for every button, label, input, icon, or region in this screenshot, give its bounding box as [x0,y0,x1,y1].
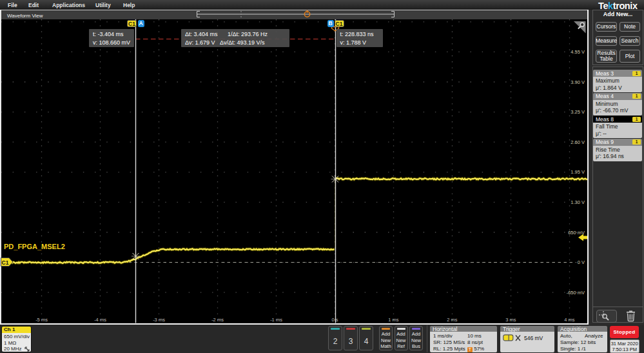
svg-text:-2 ms: -2 ms [211,317,224,323]
svg-text:2 ms: 2 ms [447,317,458,323]
svg-text:0 s: 0 s [331,317,338,323]
svg-text:2.60 V: 2.60 V [571,139,585,145]
svg-text:-4 ms: -4 ms [94,317,106,323]
svg-text:546 mV: 546 mV [524,334,543,341]
svg-text:3.90 V: 3.90 V [571,79,585,85]
svg-text:-5 ms: -5 ms [35,317,48,323]
svg-text:1 ms: 1 ms [388,317,399,323]
svg-text:1.30 V: 1.30 V [571,199,585,205]
svg-text:-650 mV: -650 mV [567,290,585,296]
svg-text:650 mV: 650 mV [568,230,585,236]
svg-text:C1: C1 [2,259,9,266]
svg-text:0 V: 0 V [578,259,585,265]
svg-text:-3 ms: -3 ms [153,317,165,323]
svg-text:3 ms: 3 ms [505,317,516,323]
svg-text:-1 ms: -1 ms [270,317,282,323]
svg-text:4 ms: 4 ms [564,317,575,323]
svg-text:1.95 V: 1.95 V [571,169,585,175]
svg-text:3.25 V: 3.25 V [571,109,585,115]
svg-text:4.55 V: 4.55 V [571,49,585,55]
